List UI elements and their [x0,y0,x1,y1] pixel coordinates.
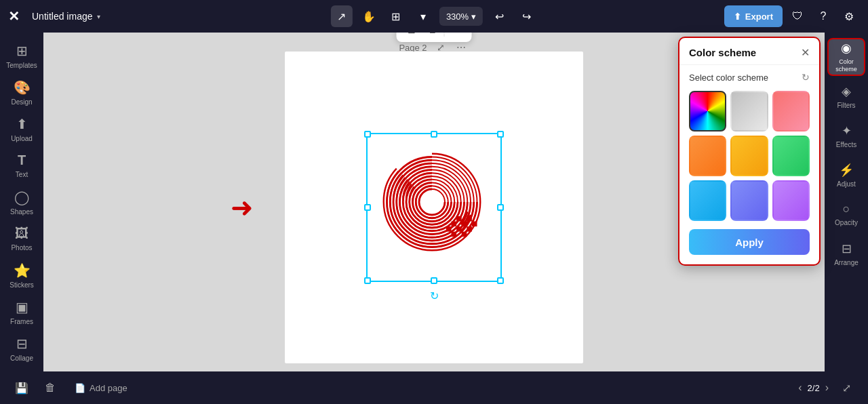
sidebar-item-upload[interactable]: ⬆ Upload [3,111,41,146]
collage-icon: ⊟ [16,336,28,352]
color-swatch-gray[interactable] [730,91,768,132]
color-swatch-purple[interactable] [772,180,810,221]
resize-handle-tl[interactable] [364,131,371,138]
zoom-control[interactable]: 330% ▾ [439,7,483,26]
export-button[interactable]: ⬆ Export [724,5,783,27]
sidebar-item-collage[interactable]: ⊟ Collage [3,331,41,366]
undo-button[interactable]: ↩ [488,5,510,27]
resize-handle-tm[interactable] [431,131,437,138]
panel-subtitle: Select color scheme [689,73,768,83]
right-sidebar-item-adjust[interactable]: ⚡ Adjust [827,156,865,194]
arrow-indicator: ➜ [231,192,254,223]
topbar: ✕ Untitled image ▾ ↗ ✋ ⊞ ▾ 330% ▾ ↩ ↪ ⬆ … [0,0,868,33]
sidebar-item-templates[interactable]: ⊞ Templates [3,38,41,73]
sidebar-item-photos[interactable]: 🖼 Photos [3,221,41,256]
next-page-button[interactable]: › [825,382,829,394]
crop-button[interactable]: ⊡ [402,33,421,39]
sidebar-item-design[interactable]: 🎨 Design [3,75,41,110]
design-icon: 🎨 [14,79,31,96]
document-title[interactable]: Untitled image ▾ [32,11,100,22]
help-icon[interactable]: ? [812,5,834,27]
resize-handle-tr[interactable] [497,131,504,138]
topbar-center: ↗ ✋ ⊞ ▾ 330% ▾ ↩ ↪ [331,5,537,27]
color-swatch-grid [679,87,819,229]
duplicate-button[interactable]: ⧉ [422,33,441,39]
hand-tool[interactable]: ✋ [358,5,380,27]
opacity-icon: ○ [843,202,850,216]
resize-handle-mr[interactable] [497,204,504,211]
color-swatch-orange[interactable] [689,136,726,176]
color-swatch-multicolor[interactable] [689,91,726,132]
color-swatch-pink[interactable] [772,91,810,132]
stickers-icon: ⭐ [14,262,31,279]
effects-icon: ✦ [842,123,852,138]
sidebar-item-text[interactable]: T Text [3,148,41,183]
color-swatch-green[interactable] [772,136,810,176]
c-logo-image [368,134,496,270]
selected-element[interactable]: ↻ [366,133,502,282]
settings-icon[interactable]: ⚙ [838,5,860,27]
shield-icon[interactable]: 🛡 [787,5,808,27]
redo-button[interactable]: ↪ [515,5,537,27]
arrange-icon: ⊟ [842,241,852,256]
right-sidebar-item-filters[interactable]: ◈ Filters [827,77,865,115]
sidebar-item-shapes[interactable]: ◯ Shapes [3,184,41,220]
color-scheme-icon: ◉ [841,41,852,56]
panel-close-button[interactable]: ✕ [801,46,810,59]
rotate-handle[interactable]: ↻ [429,290,439,301]
title-text: Untitled image [32,11,93,22]
panel-title: Color scheme [689,47,756,58]
bottom-bar: 💾 🗑 📄 Add page ‹ 2/2 › ⤢ [0,371,868,404]
upload-icon: ⬆ [16,116,28,132]
color-scheme-panel: Color scheme ✕ Select color scheme ↻ App… [678,37,821,266]
page-indicator: 2/2 [808,383,820,393]
color-swatch-blue[interactable] [689,180,726,221]
resize-handle-ml[interactable] [364,204,371,211]
panel-subheader: Select color scheme ↻ [679,65,819,87]
title-chevron: ▾ [97,13,100,20]
shapes-icon: ◯ [14,189,29,205]
right-sidebar-item-effects[interactable]: ✦ Effects [827,117,865,155]
sidebar-item-stickers[interactable]: ⭐ Stickers [3,258,41,293]
add-page-icon: 📄 [75,383,85,393]
color-swatch-yellow[interactable] [730,136,768,176]
export-icon: ⬆ [734,12,741,22]
right-sidebar-item-opacity[interactable]: ○ Opacity [827,195,865,233]
filters-icon: ◈ [842,84,851,99]
resize-handle-bm[interactable] [431,277,437,284]
prev-page-button[interactable]: ‹ [798,382,802,394]
adjust-icon: ⚡ [839,163,854,178]
color-swatch-indigo[interactable] [730,180,768,221]
save-button[interactable]: 💾 [11,377,33,399]
canvas-page[interactable]: ⊡ ⧉ ⋯ ↻ [285,52,583,363]
layout-tool[interactable]: ⊞ [385,5,407,27]
photos-icon: 🖼 [15,226,28,241]
fullscreen-bottom-button[interactable]: ⤢ [835,377,857,399]
add-page-button[interactable]: 📄 Add page [68,379,134,397]
panel-refresh-button[interactable]: ↻ [802,72,810,83]
toolbar-divider [444,33,445,37]
page-navigation: ‹ 2/2 › [798,382,829,394]
right-sidebar: ◉ Color scheme ◈ Filters ✦ Effects ⚡ Adj… [825,33,868,371]
pointer-tool[interactable]: ↗ [331,5,353,27]
frames-icon: ▣ [16,299,28,315]
templates-icon: ⊞ [16,43,28,59]
left-sidebar: ⊞ Templates 🎨 Design ⬆ Upload T Text ◯ S… [0,33,43,371]
inline-toolbar: ⊡ ⧉ ⋯ [397,33,472,42]
resize-handle-bl[interactable] [364,277,371,284]
more-options-inline-button[interactable]: ⋯ [448,33,467,39]
app-logo[interactable]: ✕ [8,8,20,24]
apply-button[interactable]: Apply [689,229,810,255]
topbar-right: ⬆ Export 🛡 ? ⚙ [724,5,860,27]
text-icon: T [18,153,26,168]
right-sidebar-item-arrange[interactable]: ⊟ Arrange [827,235,865,272]
resize-handle-br[interactable] [497,277,504,284]
panel-header: Color scheme ✕ [679,38,819,65]
layout-chevron[interactable]: ▾ [412,5,434,27]
delete-button[interactable]: 🗑 [39,377,61,399]
sidebar-item-frames[interactable]: ▣ Frames [3,294,41,329]
right-sidebar-item-color-scheme[interactable]: ◉ Color scheme [827,38,865,76]
